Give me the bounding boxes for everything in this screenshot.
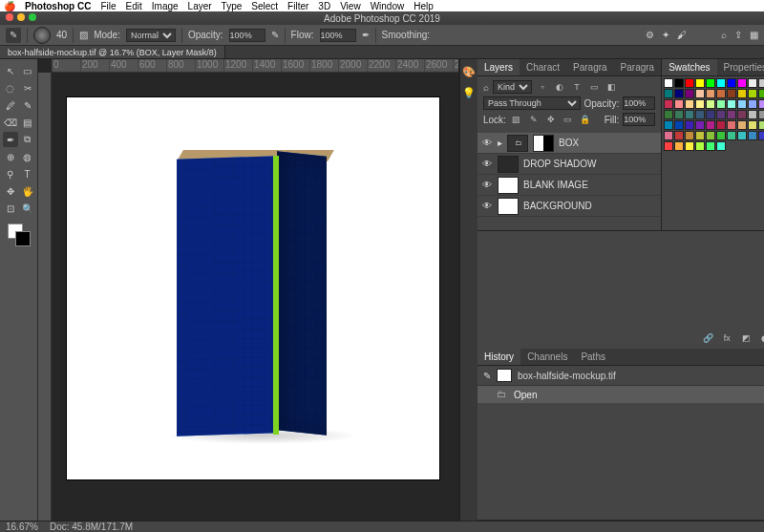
close-button[interactable]: [6, 13, 13, 21]
swatch[interactable]: [758, 120, 764, 130]
layer-drop-shadow[interactable]: 👁 DROP SHADOW: [478, 154, 661, 175]
tool-pen[interactable]: ⚲: [3, 166, 18, 181]
swatch[interactable]: [716, 141, 726, 151]
swatch[interactable]: [664, 141, 673, 151]
tool-frame[interactable]: 🖉: [3, 97, 18, 113]
color-panel-icon[interactable]: 🎨: [460, 63, 478, 80]
tool-eraser[interactable]: ⌫: [3, 115, 18, 130]
filter-pixel-icon[interactable]: ▫: [536, 80, 549, 94]
swatch[interactable]: [685, 131, 694, 140]
tab-paragraph[interactable]: Paragra: [566, 59, 614, 75]
blend-mode-select[interactable]: Pass Through: [483, 96, 581, 110]
swatch[interactable]: [737, 78, 747, 88]
swatch[interactable]: [695, 110, 705, 119]
layer-box[interactable]: 👁 ▸ 🗀 BOX: [478, 133, 661, 154]
pressure-opacity-icon[interactable]: ✎: [271, 30, 279, 40]
swatch[interactable]: [706, 89, 715, 98]
tool-lasso[interactable]: ◌: [3, 80, 18, 96]
swatch[interactable]: [695, 131, 705, 140]
swatch[interactable]: [695, 141, 705, 151]
lightbulb-icon[interactable]: 💡: [460, 84, 478, 101]
search-icon[interactable]: ⌕: [483, 82, 489, 93]
swatch[interactable]: [758, 131, 764, 140]
tab-swatches[interactable]: Swatches: [662, 59, 716, 75]
swatch[interactable]: [758, 110, 764, 119]
history-step-open[interactable]: 🗀 Open: [478, 386, 764, 403]
tool-crop[interactable]: ✂: [20, 80, 35, 96]
menu-file[interactable]: File: [100, 1, 116, 11]
swatch[interactable]: [664, 78, 673, 88]
swatch[interactable]: [685, 78, 694, 88]
opacity-input[interactable]: [229, 29, 265, 42]
menu-window[interactable]: Window: [371, 1, 405, 11]
swatch[interactable]: [674, 120, 684, 130]
layer-fx-icon[interactable]: fx: [720, 331, 733, 345]
tool-eyedropper[interactable]: ✎: [20, 97, 35, 113]
visibility-icon[interactable]: 👁: [481, 159, 493, 169]
swatch[interactable]: [716, 131, 726, 140]
menu-image[interactable]: Image: [152, 1, 179, 11]
swatch[interactable]: [748, 89, 757, 98]
tab-channels[interactable]: Channels: [520, 349, 574, 365]
document-canvas[interactable]: [67, 97, 439, 479]
swatch[interactable]: [706, 99, 715, 109]
doc-size[interactable]: Doc: 45.8M/171.7M: [50, 521, 133, 532]
tab-history[interactable]: History: [478, 349, 520, 365]
swatch-toggle-icon[interactable]: ▨: [79, 30, 88, 40]
zoom-button[interactable]: [29, 13, 36, 21]
minimize-button[interactable]: [17, 13, 25, 21]
swatch[interactable]: [758, 89, 764, 98]
layer-name[interactable]: DROP SHADOW: [523, 159, 597, 169]
swatch[interactable]: [664, 99, 673, 109]
layer-name[interactable]: BLANK IMAGE: [523, 180, 588, 190]
swatch[interactable]: [737, 120, 747, 130]
swatch[interactable]: [748, 131, 757, 140]
fill-input[interactable]: [623, 113, 655, 126]
swatch[interactable]: [695, 99, 705, 109]
swatch[interactable]: [737, 99, 747, 109]
swatch[interactable]: [695, 78, 705, 88]
options-gear-icon[interactable]: ⚙: [646, 30, 654, 40]
swatch[interactable]: [695, 120, 705, 130]
layer-name[interactable]: BACKGROUND: [523, 201, 592, 211]
swatch[interactable]: [664, 120, 673, 130]
lock-all-icon[interactable]: 🔒: [579, 113, 592, 126]
mode-select[interactable]: Normal: [126, 29, 176, 42]
menu-layer[interactable]: Layer: [188, 1, 212, 11]
search-icon[interactable]: ⌕: [721, 30, 727, 40]
apple-icon[interactable]: 🍎: [4, 1, 15, 11]
current-tool-icon[interactable]: ✎: [6, 28, 21, 43]
swatch[interactable]: [737, 89, 747, 98]
menu-3d[interactable]: 3D: [318, 1, 330, 11]
filter-smart-icon[interactable]: ◧: [605, 80, 618, 94]
tab-paragraph-styles[interactable]: Paragra: [614, 59, 662, 75]
swatch[interactable]: [706, 78, 715, 88]
tab-character[interactable]: Charact: [520, 59, 566, 75]
canvas-area[interactable]: 0200400600800100012001400160018002000220…: [38, 59, 458, 521]
swatch[interactable]: [664, 131, 673, 140]
menu-view[interactable]: View: [340, 1, 361, 11]
filter-type-icon[interactable]: T: [570, 80, 584, 94]
layer-background[interactable]: 👁 BACKGROUND: [478, 196, 661, 217]
swatch[interactable]: [727, 78, 736, 88]
workspace-icon[interactable]: ▦: [750, 30, 758, 40]
swatch[interactable]: [748, 99, 757, 109]
tool-path[interactable]: ✥: [3, 183, 18, 199]
tool-move[interactable]: ↖: [3, 63, 18, 78]
tool-type[interactable]: T: [20, 166, 35, 181]
swatch[interactable]: [674, 131, 684, 140]
document-tab[interactable]: box-halfside-mockup.tif @ 16.7% (BOX, La…: [0, 46, 225, 58]
layer-mask-thumb[interactable]: [533, 135, 554, 152]
history-document[interactable]: ✎ box-halfside-mockup.tif: [478, 366, 764, 386]
visibility-icon[interactable]: 👁: [481, 201, 493, 211]
app-name[interactable]: Photoshop CC: [25, 1, 91, 11]
menu-edit[interactable]: Edit: [126, 1, 142, 11]
tool-hand[interactable]: 🖐: [20, 183, 35, 199]
menu-select[interactable]: Select: [251, 1, 278, 11]
tab-properties[interactable]: Properties: [717, 59, 764, 75]
filter-adjust-icon[interactable]: ◐: [553, 80, 566, 94]
layer-name[interactable]: BOX: [559, 138, 579, 148]
menu-filter[interactable]: Filter: [287, 1, 308, 11]
swatch[interactable]: [664, 89, 673, 98]
lock-artboard-icon[interactable]: ▭: [562, 113, 575, 126]
